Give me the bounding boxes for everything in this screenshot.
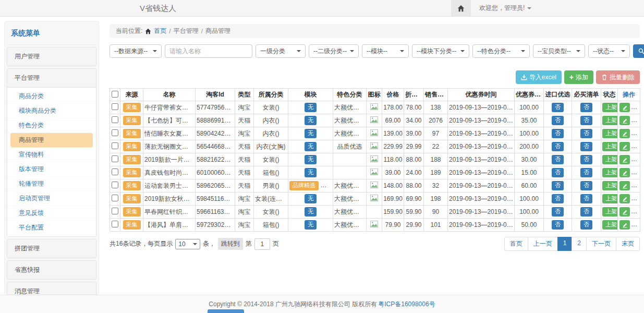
- edit-button[interactable]: [619, 168, 630, 177]
- filter-select[interactable]: --数据来源--: [110, 44, 162, 58]
- status-badge[interactable]: 上架: [602, 103, 618, 112]
- status-badge[interactable]: 上架: [602, 181, 618, 190]
- sidebar-group-header[interactable]: 平台管理: [7, 69, 96, 87]
- status-badge[interactable]: 上架: [602, 129, 618, 138]
- status-badge[interactable]: 上架: [602, 220, 618, 229]
- edit-button[interactable]: [619, 194, 630, 203]
- page-button[interactable]: 末页: [616, 237, 640, 251]
- import-select-toggle[interactable]: 否: [552, 103, 564, 112]
- must-buy-toggle[interactable]: 否: [580, 220, 592, 229]
- module-badge[interactable]: 无: [305, 142, 317, 151]
- must-buy-toggle[interactable]: 否: [580, 116, 592, 125]
- must-buy-toggle[interactable]: 否: [580, 103, 592, 112]
- page-button[interactable]: 上一页: [528, 237, 558, 251]
- module-badge[interactable]: 无: [305, 103, 317, 112]
- status-badge[interactable]: 上架: [602, 207, 618, 216]
- sidebar-item[interactable]: 宣传物料: [7, 148, 96, 162]
- must-buy-toggle[interactable]: 否: [580, 207, 592, 216]
- add-button[interactable]: + 添加: [564, 70, 593, 84]
- filter-select[interactable]: --二级分类--: [309, 44, 359, 58]
- module-badge[interactable]: 无: [305, 194, 317, 203]
- import-select-toggle[interactable]: 否: [552, 129, 564, 138]
- import-select-toggle[interactable]: 否: [552, 207, 564, 216]
- status-badge[interactable]: 上架: [602, 155, 618, 164]
- select-all-checkbox[interactable]: [112, 91, 118, 98]
- row-checkbox[interactable]: [112, 182, 118, 188]
- module-badge[interactable]: 无: [305, 129, 317, 138]
- page-button[interactable]: 1: [557, 237, 573, 251]
- sidebar-item[interactable]: 商品分类: [7, 89, 96, 104]
- row-checkbox[interactable]: [112, 208, 118, 214]
- import-select-toggle[interactable]: 否: [552, 155, 564, 164]
- must-buy-toggle[interactable]: 否: [580, 129, 592, 138]
- sidebar-item[interactable]: 模块商品分类: [7, 104, 96, 118]
- edit-button[interactable]: [619, 155, 630, 164]
- row-checkbox[interactable]: [112, 116, 118, 123]
- edit-button[interactable]: [619, 103, 630, 112]
- sidebar-group-header[interactable]: 消息管理: [7, 282, 96, 295]
- page-button[interactable]: 下一页: [586, 237, 616, 251]
- filter-select[interactable]: --模块下分类--: [412, 44, 469, 58]
- filter-select[interactable]: --特色分类--: [472, 44, 530, 58]
- must-buy-toggle[interactable]: 否: [580, 142, 592, 151]
- edit-button[interactable]: [619, 181, 630, 190]
- page-button[interactable]: 2: [572, 237, 587, 251]
- sidebar-item[interactable]: 轮播管理: [7, 177, 96, 191]
- breadcrumb-home-link[interactable]: 首页: [154, 27, 166, 35]
- batch-delete-button[interactable]: 批量删除: [596, 70, 640, 84]
- row-checkbox[interactable]: [112, 195, 118, 201]
- filter-select[interactable]: --宝贝类型--: [533, 44, 585, 58]
- jump-button[interactable]: 跳转到: [218, 238, 243, 250]
- edit-button[interactable]: [619, 220, 630, 230]
- sidebar-item[interactable]: 平台配置: [7, 221, 96, 235]
- import-select-toggle[interactable]: 否: [552, 168, 564, 177]
- row-checkbox[interactable]: [112, 155, 118, 162]
- must-buy-toggle[interactable]: 否: [580, 181, 592, 190]
- filter-select[interactable]: --状态--: [588, 44, 630, 58]
- edit-button[interactable]: [619, 142, 630, 151]
- must-buy-toggle[interactable]: 否: [580, 168, 592, 177]
- edit-button[interactable]: [619, 207, 630, 216]
- sidebar-item[interactable]: 特色分类: [7, 118, 96, 133]
- row-checkbox[interactable]: [112, 103, 118, 110]
- filter-select[interactable]: 一级分类: [256, 44, 306, 58]
- sidebar-group-header[interactable]: 拼团管理: [7, 239, 96, 258]
- must-buy-toggle[interactable]: 否: [580, 194, 592, 203]
- user-menu[interactable]: 欢迎您，管理员!: [479, 4, 531, 13]
- row-checkbox[interactable]: [112, 168, 118, 175]
- module-badge[interactable]: 无: [305, 116, 317, 125]
- import-select-toggle[interactable]: 否: [552, 194, 564, 203]
- import-excel-button[interactable]: 导入excel: [516, 70, 562, 84]
- sidebar-item[interactable]: 启动页管理: [7, 191, 96, 206]
- import-select-toggle[interactable]: 否: [552, 116, 564, 125]
- module-badge[interactable]: 无: [305, 155, 317, 164]
- row-checkbox[interactable]: [112, 142, 118, 149]
- page-number-input[interactable]: [254, 238, 270, 250]
- row-checkbox[interactable]: [112, 221, 118, 227]
- status-badge[interactable]: 上架: [602, 168, 618, 177]
- sidebar-item[interactable]: 意见反馈: [7, 206, 96, 221]
- module-badge[interactable]: 无: [305, 168, 317, 177]
- page-button[interactable]: 首页: [504, 237, 528, 251]
- module-badge[interactable]: 无: [305, 220, 317, 229]
- must-buy-toggle[interactable]: 否: [580, 155, 592, 164]
- search-button[interactable]: 查询: [633, 44, 644, 58]
- import-select-toggle[interactable]: 否: [552, 142, 564, 151]
- edit-button[interactable]: [619, 116, 630, 125]
- import-select-toggle[interactable]: 否: [552, 181, 564, 190]
- edit-button[interactable]: [619, 129, 630, 138]
- name-search-input[interactable]: [165, 44, 252, 58]
- status-badge[interactable]: 上架: [602, 142, 618, 151]
- module-badge[interactable]: 无: [305, 207, 317, 216]
- sidebar-item[interactable]: 商品管理: [10, 133, 93, 148]
- filter-select[interactable]: --模块--: [362, 44, 409, 58]
- row-checkbox[interactable]: [112, 129, 118, 136]
- module-badge[interactable]: 品牌精选: [289, 181, 319, 190]
- status-badge[interactable]: 上架: [602, 194, 618, 203]
- sidebar-group-header[interactable]: 省惠快报: [7, 261, 96, 279]
- sidebar-item[interactable]: 版本管理: [7, 162, 96, 177]
- per-page-select[interactable]: 10: [175, 239, 200, 249]
- icp-link[interactable]: 粤ICP备16098006号: [378, 300, 435, 309]
- home-button[interactable]: [451, 0, 471, 16]
- import-select-toggle[interactable]: 否: [552, 220, 564, 229]
